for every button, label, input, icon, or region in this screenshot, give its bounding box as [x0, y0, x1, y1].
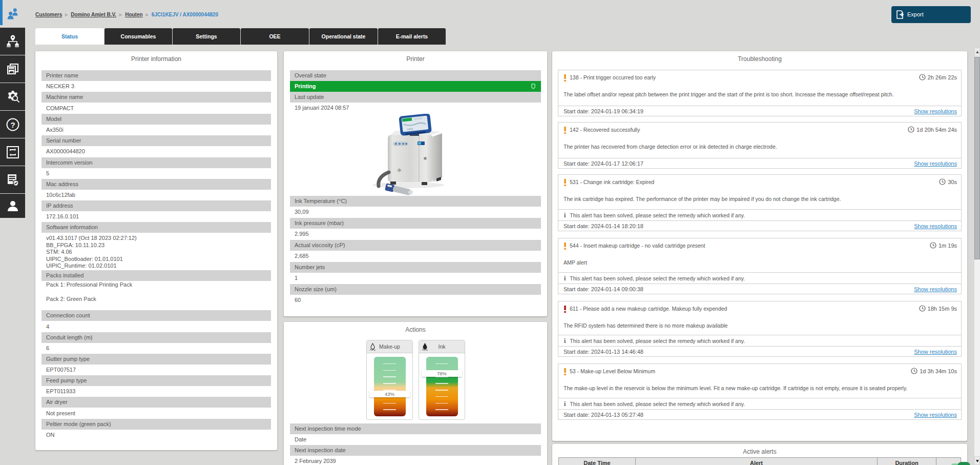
- svg-text:?: ?: [10, 120, 15, 129]
